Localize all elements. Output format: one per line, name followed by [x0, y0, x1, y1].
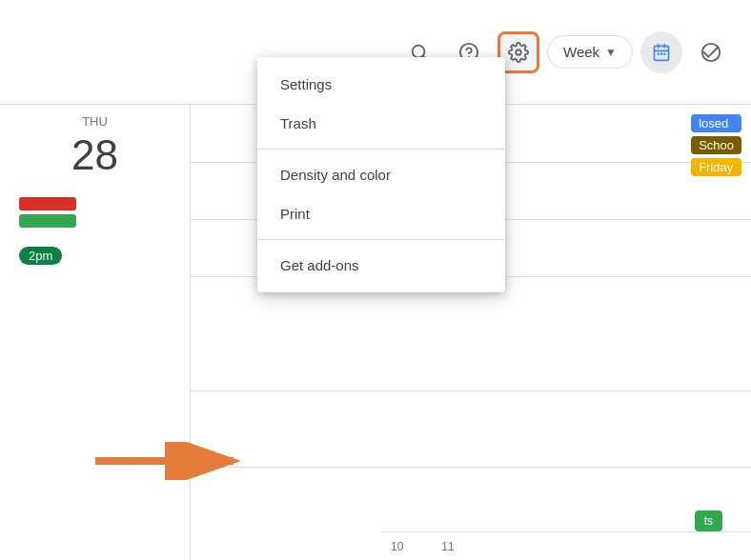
bottom-event: ts [695, 510, 722, 531]
menu-item-print[interactable]: Print [257, 194, 505, 233]
week-dropdown[interactable]: Week ▼ [547, 35, 633, 69]
tasks-button[interactable] [690, 31, 732, 73]
settings-dropdown-menu: Settings Trash Density and color Print G… [257, 57, 505, 292]
event-bars [19, 197, 171, 228]
left-sidebar: THU 28 2pm [0, 105, 191, 560]
grid-line [191, 390, 751, 391]
event-bar-green [19, 214, 76, 228]
get-addons-arrow [95, 442, 248, 484]
time-label: 2pm [19, 247, 62, 265]
menu-divider-2 [257, 239, 505, 240]
week-label: Week [563, 44, 599, 60]
menu-item-density-color[interactable]: Density and color [257, 155, 505, 194]
calendar-background: Week ▼ THU 28 [0, 0, 751, 560]
event-closed: losed [691, 114, 741, 132]
event-school: Schoo [691, 136, 741, 154]
menu-item-settings[interactable]: Settings [257, 65, 505, 104]
day-number: 28 [19, 132, 171, 178]
right-events: losed Schoo Friday [691, 114, 741, 176]
day-label: THU [19, 114, 171, 129]
menu-item-trash[interactable]: Trash [257, 104, 505, 143]
bottom-strip: 10 11 [381, 531, 751, 560]
day-num-11: 11 [441, 540, 454, 553]
calendar-view-button[interactable] [640, 31, 682, 73]
svg-point-4 [516, 50, 521, 55]
event-friday: Friday [691, 158, 741, 176]
grid-line [191, 467, 751, 468]
menu-item-get-addons[interactable]: Get add-ons [257, 246, 505, 285]
chevron-down-icon: ▼ [605, 46, 617, 59]
day-num-10: 10 [391, 540, 403, 553]
event-bar-red [19, 197, 76, 210]
menu-divider-1 [257, 149, 505, 150]
